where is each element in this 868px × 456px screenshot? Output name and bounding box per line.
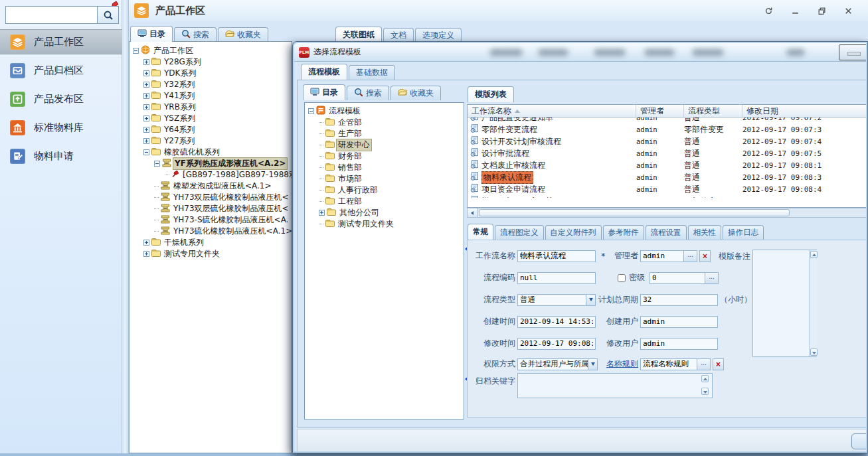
sidebar-splitter[interactable] — [123, 0, 129, 456]
dialog-footer-button[interactable] — [851, 433, 866, 449]
table-horizontal-scrollbar[interactable] — [467, 208, 866, 218]
create-user-input[interactable] — [640, 316, 718, 328]
column-header[interactable]: 工作流名称 — [468, 105, 636, 117]
tree-node[interactable]: 人事行政部 — [305, 185, 464, 196]
modify-time-input[interactable] — [517, 338, 596, 350]
table-row[interactable]: 产品配置变更通知单admin普通2012-09-17 09:07:2 — [468, 117, 866, 123]
expand-plus-icon[interactable] — [143, 58, 149, 67]
tree-node[interactable]: Y41系列 — [130, 90, 292, 102]
tab-search[interactable]: 搜索 — [347, 86, 389, 100]
tab-reference-attachment[interactable]: 参考附件 — [603, 225, 644, 240]
tree-node[interactable]: Y27系列 — [130, 135, 292, 147]
tree-node[interactable]: 市场部 — [305, 173, 464, 185]
tab-search[interactable]: 搜索 — [174, 27, 217, 42]
sidebar-item-product-workspace[interactable]: 产品工作区 — [0, 29, 122, 54]
column-header[interactable]: 修改日期 — [742, 105, 866, 117]
template-note-textarea[interactable] — [752, 250, 817, 357]
expand-minus-icon[interactable] — [154, 159, 160, 169]
tree-node[interactable]: Y28G系列 — [130, 56, 292, 68]
tab-flowchart-definition[interactable]: 流程图定义 — [495, 225, 544, 240]
tab-option-definition[interactable]: 选项定义 — [415, 28, 462, 42]
expand-plus-icon[interactable] — [143, 125, 149, 135]
column-header[interactable]: 流程类型 — [684, 105, 742, 117]
tab-catalog[interactable]: 目录 — [130, 26, 173, 42]
tab-favorites[interactable]: 收藏夹 — [218, 27, 268, 42]
tab-relevance[interactable]: 相关性 — [688, 225, 722, 240]
expand-minus-icon[interactable] — [143, 148, 149, 157]
tree-node[interactable]: 测试专用文件夹 — [130, 248, 292, 260]
tab-basic-data[interactable]: 基础数据 — [349, 65, 395, 80]
process-code-input[interactable] — [517, 272, 596, 284]
tree-node[interactable]: Y32系列 — [130, 79, 292, 90]
tab-documents[interactable]: 文档 — [383, 28, 414, 42]
manager-browse-button[interactable]: ... — [684, 250, 697, 262]
close-button[interactable] — [840, 5, 856, 17]
modify-user-input[interactable] — [640, 338, 718, 350]
archive-scroll-up[interactable] — [701, 375, 709, 382]
tree-node[interactable]: 企管部 — [305, 117, 464, 128]
tree-node[interactable]: 测试专用文件夹 — [305, 218, 464, 230]
tree-node[interactable]: 橡胶硫化机系列 — [130, 147, 292, 158]
archive-scroll-down[interactable] — [701, 388, 709, 395]
create-time-input[interactable] — [517, 316, 596, 328]
tree-node[interactable]: YH73硫化橡胶制品液压机<A.1> — [130, 226, 292, 237]
sidebar-item-product-release[interactable]: 产品发布区 — [0, 86, 122, 112]
minimize-button[interactable] — [787, 5, 803, 17]
scrollbar-thumb[interactable] — [479, 209, 790, 216]
tree-node[interactable]: 生产部 — [305, 128, 464, 139]
process-type-select[interactable]: 普通 — [517, 294, 596, 306]
tree-node[interactable]: YDK系列 — [130, 68, 292, 79]
tree-node[interactable]: 其他分公司 — [305, 207, 464, 218]
table-row[interactable]: 零部件变更流程admin零部件变更2012-09-17 09:07:3 — [468, 123, 866, 135]
template-note-scrollbar[interactable] — [809, 250, 818, 356]
tree-node[interactable]: 橡塑发泡成型液压机<A.1> — [130, 181, 292, 192]
tree-node[interactable]: YRB系列 — [130, 102, 292, 113]
tree-node[interactable]: YH73双层硫化橡胶制品液压机< — [130, 203, 292, 214]
tree-node[interactable]: YH73双层硫化橡胶制品液压机< — [130, 192, 292, 203]
expand-plus-icon[interactable] — [143, 80, 149, 90]
tree-node[interactable]: 工程部 — [305, 196, 464, 207]
search-button[interactable] — [97, 6, 119, 24]
tab-process-settings[interactable]: 流程设置 — [646, 225, 687, 240]
search-input[interactable] — [5, 6, 97, 24]
dialog-titlebar[interactable]: PLM 选择流程模板 — [294, 43, 866, 62]
tab-catalog[interactable]: 目录 — [303, 84, 345, 100]
tree-node[interactable]: 销售部 — [305, 162, 464, 173]
tree-node[interactable]: 财务部 — [305, 151, 464, 162]
tree-node[interactable]: 流程模板 — [305, 106, 464, 117]
tree-node[interactable]: 产品工作区 — [130, 45, 292, 56]
plan-period-input[interactable] — [640, 294, 718, 306]
tab-process-template[interactable]: 流程模板 — [301, 64, 347, 80]
perm-mode-select[interactable]: 合并过程用户与所属岗 — [517, 358, 598, 370]
expand-plus-icon[interactable] — [143, 250, 149, 259]
archive-keyword-textarea[interactable] — [517, 373, 713, 398]
manager-clear-button[interactable]: × — [699, 250, 711, 262]
scroll-left-arrow[interactable] — [468, 208, 477, 217]
name-rule-clear-button[interactable]: × — [713, 358, 724, 370]
tab-favorites[interactable]: 收藏夹 — [391, 86, 441, 100]
expand-plus-icon[interactable] — [143, 92, 149, 101]
name-rule-link[interactable]: 名称规则 — [604, 358, 638, 370]
sidebar-item-product-archive[interactable]: 产品归档区 — [0, 58, 122, 83]
security-browse-button[interactable]: ... — [705, 272, 719, 284]
table-row[interactable]: 文档废止审核流程admin普通2012-09-17 09:08:1 — [468, 159, 866, 171]
column-header[interactable]: 管理者 — [636, 105, 684, 117]
restore-button[interactable] — [814, 5, 829, 17]
scroll-down-arrow[interactable] — [810, 348, 818, 356]
tree-node[interactable]: YF系列热压成形液压机<A.2> — [130, 158, 292, 169]
tree-node[interactable]: 干燥机系列 — [130, 237, 292, 248]
scroll-up-arrow[interactable] — [810, 251, 818, 258]
name-rule-input[interactable] — [640, 358, 697, 370]
table-row[interactable]: 设计开发计划审核流程admin普通2012-09-17 09:07:4 — [468, 135, 866, 147]
table-row[interactable]: 项目资金申请流程admin普通2012-09-17 09:08:4 — [468, 183, 866, 195]
tab-general[interactable]: 常规 — [468, 224, 493, 240]
table-row[interactable]: 设计审批流程admin普通2012-09-17 09:07:5 — [468, 147, 866, 159]
expand-plus-icon[interactable] — [143, 114, 149, 123]
expand-plus-icon[interactable] — [143, 69, 149, 78]
manager-input[interactable] — [640, 250, 684, 262]
name-rule-browse-button[interactable]: ... — [697, 358, 711, 370]
expand-minus-icon[interactable] — [308, 107, 314, 116]
dropdown-arrow-icon[interactable] — [588, 359, 597, 370]
sidebar-item-standard-material-library[interactable]: 标准物料库 — [0, 115, 122, 140]
expand-plus-icon[interactable] — [143, 137, 149, 146]
